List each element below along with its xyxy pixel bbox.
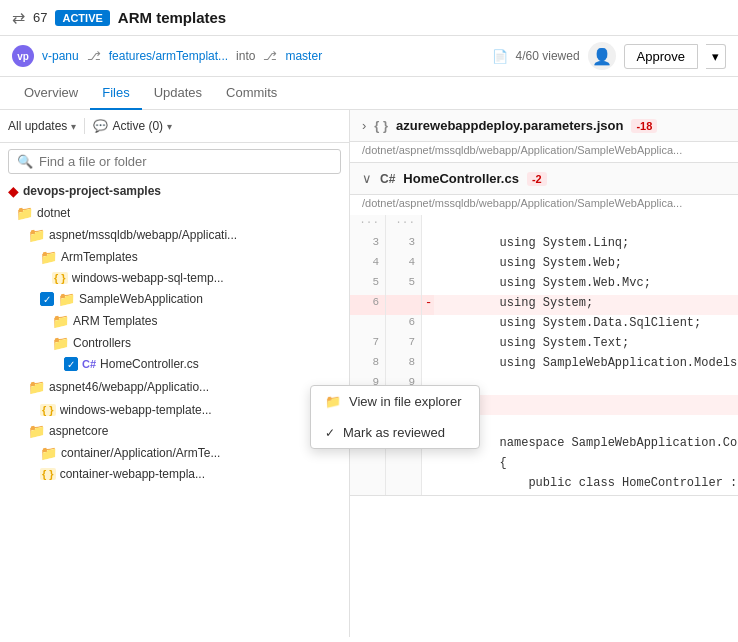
diff-indicator [422, 315, 434, 335]
code-content: public class HomeController : Co... [434, 475, 738, 495]
pr-icon: ⇄ [12, 8, 25, 27]
tab-files[interactable]: Files [90, 77, 141, 110]
file-header-2: ∨ C# HomeController.cs -2 [350, 163, 738, 195]
table-row: 5 5 using System.Web.Mvc; [350, 275, 738, 295]
diff-indicator [422, 255, 434, 275]
line-num-old: 3 [350, 235, 386, 255]
file-path-2: /dotnet/aspnet/mssqldb/webapp/Applicatio… [350, 195, 738, 215]
tab-overview[interactable]: Overview [12, 77, 90, 110]
line-num-old: 4 [350, 255, 386, 275]
file-path-1: /dotnet/aspnet/mssqldb/webapp/Applicatio… [350, 142, 738, 162]
table-row: 7 7 using System.Text; [350, 335, 738, 355]
tree-root[interactable]: ◆ devops-project-samples [0, 180, 349, 202]
line-num-new: 8 [386, 355, 422, 375]
line-num-new [386, 455, 422, 475]
folder-icon: 📁 [40, 445, 57, 461]
file-name-1: azurewebappdeploy.parameters.json [396, 118, 623, 133]
list-item[interactable]: 📁 aspnetcore [0, 420, 349, 442]
divider [84, 118, 85, 134]
mark-as-reviewed-item[interactable]: ✓ Mark as reviewed [311, 417, 479, 448]
line-num-new: 3 [386, 235, 422, 255]
line-num-new [386, 295, 422, 315]
collapse-icon-2[interactable]: ∨ [362, 171, 372, 186]
file-name-2: HomeController.cs [403, 171, 519, 186]
active-filter-dropdown[interactable]: 💬 Active (0) ▾ [93, 119, 172, 133]
approve-button[interactable]: Approve [624, 44, 698, 69]
line-num-new: 4 [386, 255, 422, 275]
context-menu: 📁 View in file explorer ✓ Mark as review… [310, 385, 480, 449]
table-row: 6 using System.Data.SqlClient; [350, 315, 738, 335]
list-item[interactable]: 📁 Controllers [0, 332, 349, 354]
list-item[interactable]: 📁 dotnet [0, 202, 349, 224]
code-content: using System.Web; [434, 255, 738, 275]
filter-bar: All updates ▾ 💬 Active (0) ▾ [0, 110, 349, 143]
diff-badge-1: -18 [631, 119, 657, 133]
explorer-icon: 📁 [325, 394, 341, 409]
cs-icon: C# [82, 358, 96, 370]
source-branch[interactable]: features/armTemplat... [109, 49, 228, 63]
tab-commits[interactable]: Commits [214, 77, 289, 110]
active-badge: ACTIVE [55, 10, 109, 26]
diff-indicator [422, 475, 434, 495]
approve-chevron-button[interactable]: ▾ [706, 44, 726, 69]
list-item[interactable]: 📁 ARM Templates [0, 310, 349, 332]
top-bar: ⇄ 67 ACTIVE ARM templates [0, 0, 738, 36]
table-row: 8 8 using SampleWebApplication.Models; [350, 355, 738, 375]
author-name[interactable]: v-panu [42, 49, 79, 63]
list-item[interactable]: 📁 container/Application/ArmTe... [0, 442, 349, 464]
code-content: using System.Text; [434, 335, 738, 355]
file-header-1: › { } azurewebappdeploy.parameters.json … [350, 110, 738, 142]
folder-icon: 📁 [28, 379, 45, 395]
list-item[interactable]: 📁 aspnet/mssqldb/webapp/Applicati... [0, 224, 349, 246]
view-in-explorer-label: View in file explorer [349, 394, 461, 409]
list-item[interactable]: ✓ 📁 SampleWebApplication [0, 288, 349, 310]
json-icon: { } [40, 468, 56, 480]
json-icon: { } [40, 404, 56, 416]
folder-icon: 📁 [58, 291, 75, 307]
line-num-new: 6 [386, 315, 422, 335]
json-icon: { } [52, 272, 68, 284]
table-row: public class HomeController : Co... [350, 475, 738, 495]
chevron-down-icon-2: ▾ [167, 121, 172, 132]
item-text: SampleWebApplication [79, 292, 203, 306]
folder-icon: 📁 [28, 423, 45, 439]
file-section-1: › { } azurewebappdeploy.parameters.json … [350, 110, 738, 163]
item-text: aspnet/mssqldb/webapp/Applicati... [49, 228, 237, 242]
code-content: { [434, 455, 738, 475]
list-item[interactable]: { } container-webapp-templa... [0, 464, 349, 484]
checkbox-sampleweb[interactable]: ✓ [40, 292, 54, 306]
item-text: ArmTemplates [61, 250, 138, 264]
collapse-icon[interactable]: › [362, 118, 366, 133]
item-text: ARM Templates [73, 314, 157, 328]
file-tree: ◆ devops-project-samples 📁 dotnet 📁 aspn… [0, 180, 349, 637]
list-item[interactable]: { } windows-webapp-template... [0, 400, 349, 420]
merge-icon: ⎇ [263, 49, 277, 63]
list-item[interactable]: { } windows-webapp-sql-temp... [0, 268, 349, 288]
search-input[interactable] [39, 154, 332, 169]
table-row: 6 - using System; [350, 295, 738, 315]
view-in-explorer-item[interactable]: 📁 View in file explorer [311, 386, 479, 417]
list-item[interactable]: ✓ C# HomeController.cs [0, 354, 349, 374]
line-num-new: 5 [386, 275, 422, 295]
file-icon: 📄 [492, 49, 508, 64]
list-item[interactable]: 📁 ArmTemplates [0, 246, 349, 268]
folder-icon: 📁 [16, 205, 33, 221]
folder-icon: 📁 [28, 227, 45, 243]
tab-updates[interactable]: Updates [142, 77, 214, 110]
list-item[interactable]: 📁 aspnet46/webapp/Applicatio... ⋯ [0, 374, 349, 400]
reviewer-avatar[interactable]: 👤 [588, 42, 616, 70]
all-updates-dropdown[interactable]: All updates ▾ [8, 119, 76, 133]
folder-icon: 📁 [40, 249, 57, 265]
diff-indicator [422, 355, 434, 375]
code-content: using System; [434, 295, 738, 315]
item-text: windows-webapp-template... [60, 403, 212, 417]
line-num-old: 5 [350, 275, 386, 295]
checkbox-homecontroller[interactable]: ✓ [64, 357, 78, 371]
diff-indicator [422, 215, 434, 235]
target-branch[interactable]: master [285, 49, 322, 63]
item-text: Controllers [73, 336, 131, 350]
code-content: using System.Linq; [434, 235, 738, 255]
line-num-old: 7 [350, 335, 386, 355]
mark-as-reviewed-label: Mark as reviewed [343, 425, 445, 440]
line-num-old [350, 455, 386, 475]
